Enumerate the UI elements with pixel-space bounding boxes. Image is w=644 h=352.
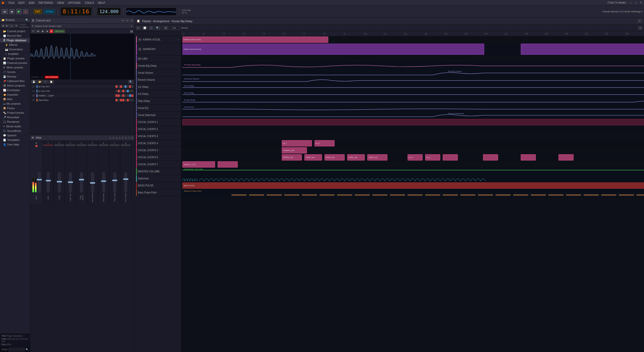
sidebar-item-recent-files[interactable]: 🕐 Recent files xyxy=(0,33,30,38)
clap-space-fader[interactable] xyxy=(80,172,83,192)
track-label-karra-vocal[interactable]: M KARRA VOCAL + xyxy=(135,36,181,43)
track-label-vocal-volume[interactable]: Vocal Volume xyxy=(135,69,181,76)
sidebar-item-packs[interactable]: 📦 Packs xyxy=(0,106,30,110)
sidebar-item-user-data[interactable]: 👤 User data xyxy=(0,142,30,147)
draw-tool[interactable]: ✏ xyxy=(136,26,141,30)
menu-add[interactable]: ADD xyxy=(28,1,35,5)
edison-play-button[interactable]: ▶ xyxy=(41,29,45,33)
sidebar-item-clipboard-files[interactable]: 📌 Clipboard files xyxy=(0,79,30,83)
pattern-mode-button[interactable]: PAT xyxy=(33,9,42,14)
edison-rewind-button[interactable]: ⏮ xyxy=(36,29,40,33)
track-label-vocal-eq[interactable]: Vocal EQ xyxy=(135,105,181,112)
track-label-master-volume[interactable]: MASTER VOLUME xyxy=(135,168,181,175)
sidebar-item-demo-projects[interactable]: 🎬 Demo projects xyxy=(0,83,30,88)
track-label-adlibs[interactable]: AD LIBS xyxy=(135,55,181,62)
sidebar-item-backup[interactable]: 💾 Backup xyxy=(0,74,30,79)
song-mode-button[interactable]: SONG xyxy=(44,9,55,14)
clip-ka-11[interactable] xyxy=(521,154,536,161)
track-label-vocals-big-delay[interactable]: Vocals Big Delay xyxy=(135,62,181,69)
snap-button[interactable]: ⊞ xyxy=(164,26,168,30)
erase-tool[interactable]: ⬡ xyxy=(149,26,153,30)
select-tool[interactable]: ⬜ xyxy=(142,26,147,30)
sidebar-search-icon[interactable]: 🔍 xyxy=(25,19,28,21)
sidebar-item-effects[interactable]: ⚡ Effects xyxy=(0,43,30,47)
track-label-bass-pulse-pitch[interactable]: Bass Pulse Pitch xyxy=(135,189,181,196)
master-fader[interactable] xyxy=(38,172,41,192)
sidebar-item-my-projects[interactable]: 🗂 My projects xyxy=(0,101,30,106)
track-label-half-delay[interactable]: 1/2 Delay xyxy=(135,84,181,91)
menu-view[interactable]: VIEW xyxy=(56,1,65,5)
snap-value[interactable]: Line xyxy=(170,26,178,30)
sidebar-item-impulses[interactable]: 💥 Impulses xyxy=(0,92,30,97)
channel-row-1[interactable]: 17 3x Osc #17 xyxy=(30,84,134,89)
clip-karra-rsid-2[interactable]: KARR_rsid xyxy=(304,154,322,161)
clip-vocal-chops-1[interactable] xyxy=(182,119,644,125)
sidebar-item-misc[interactable]: 📦 Misc xyxy=(0,97,30,101)
edison-copy-button[interactable]: 📋 xyxy=(49,80,54,84)
edison-record-button[interactable]: ● xyxy=(50,29,53,33)
sidebar-item-plugin-database[interactable]: 🗄 Plugin database xyxy=(0,38,30,43)
sidebar-item-generators[interactable]: 🎹 Generators xyxy=(0,47,30,52)
zoom-tool[interactable]: 🔍 xyxy=(155,26,160,30)
track-add-icon[interactable]: + xyxy=(178,38,179,41)
clap-top-fader-handle[interactable] xyxy=(68,181,73,183)
track-label-vocal-chops-4[interactable]: VOCAL CHOPS 4 xyxy=(135,140,181,147)
sidebar-item-rendered[interactable]: 🎧 Rendered xyxy=(0,120,30,124)
track-label-quarter-delay[interactable]: 1/4 Delay xyxy=(135,91,181,98)
clip-ka-7[interactable]: ka_5 xyxy=(408,154,423,161)
track-label-vocal-chops-2[interactable]: VOCAL CHOPS 2 xyxy=(135,126,181,133)
record-button[interactable]: ● xyxy=(23,9,28,14)
clip-harmony-1[interactable]: Awake Vocal Harmony xyxy=(182,44,484,55)
clip-karra-rsid-5[interactable]: KARR_rsid xyxy=(367,154,387,161)
track-label-vocal-sidechain[interactable]: Vocal Sidechain xyxy=(135,112,181,119)
sidebar-item-soundfonts[interactable]: 🎼 Soundfonts xyxy=(0,129,30,133)
sidebar-item-sliced-audio[interactable]: ✂ Sliced audio xyxy=(0,124,30,129)
clap-fader-handle[interactable] xyxy=(57,181,62,182)
bpm-display[interactable]: 124.000 xyxy=(97,8,121,15)
sidebar-item-scores[interactable]: 🎵 Scores xyxy=(0,70,30,74)
clip-karra-vocal-1[interactable]: KARRA LEAD VOCAL xyxy=(182,36,328,43)
clip-ka-8[interactable]: ka_5 xyxy=(425,154,440,161)
clip-ka-12[interactable] xyxy=(558,154,574,161)
mute-button-karra-vocal[interactable]: M xyxy=(138,38,141,41)
nav-back-button[interactable]: ◀ xyxy=(1,24,5,27)
edison-close-icon[interactable]: ✕ xyxy=(131,25,133,27)
sidebar-item-mixer-presets[interactable]: 🎚 Mixer presets xyxy=(0,65,30,70)
track-label-vocal-chops-3[interactable]: VOCAL CHOPS 3 xyxy=(135,133,181,140)
sidebar-item-project-bones[interactable]: 🦴 Project bones xyxy=(0,110,30,115)
clap-top-fader[interactable] xyxy=(69,172,72,192)
clip-ka-10[interactable] xyxy=(483,154,498,161)
edison-zoom-button[interactable]: 🔍 xyxy=(128,80,133,84)
track-label-vocal-chops-5[interactable]: VOCAL CHOPS 5 xyxy=(135,147,181,154)
hat-open-fader-handle[interactable] xyxy=(101,180,106,182)
top-loop-fader[interactable] xyxy=(113,172,116,192)
clip-ka-9[interactable] xyxy=(443,154,458,161)
sidebar-item-speech[interactable]: 💬 Speech xyxy=(0,133,30,138)
sidebar-item-channel-presets[interactable]: 📊 Channel presets xyxy=(0,61,30,65)
edison-cut-button[interactable]: ✂ xyxy=(43,80,48,84)
drum-bus-fader[interactable] xyxy=(124,172,127,192)
tags-input[interactable] xyxy=(9,348,25,351)
drum-bus-fader-handle[interactable] xyxy=(123,178,128,180)
track-content[interactable]: 1 2 3 4 5 6 7 8 9 10 11 12 13 14 xyxy=(181,31,644,352)
stop-button[interactable]: ■ xyxy=(9,9,15,14)
hat-shake-fader-handle[interactable] xyxy=(90,182,95,184)
master-fader-handle[interactable] xyxy=(37,179,42,180)
nav-star-button[interactable]: ★ xyxy=(14,24,18,27)
edison-stop-button[interactable]: ■ xyxy=(46,29,49,33)
menu-file[interactable]: FILE xyxy=(8,1,15,5)
nav-forward-button[interactable]: ▶ xyxy=(5,24,9,27)
close-playlist-button[interactable]: ✕ xyxy=(638,26,642,30)
kick-fader-handle[interactable] xyxy=(46,180,51,181)
clip-vocal-chops-4-a[interactable]: ka_7 xyxy=(282,140,312,146)
clip-harmony-2[interactable] xyxy=(521,44,644,55)
clip-vocal-chops-5-a[interactable]: ✦Awake_evr6 xyxy=(282,147,307,153)
tags-search-icon[interactable]: 🔍 xyxy=(26,348,28,351)
menu-tools[interactable]: TOOLS xyxy=(84,1,95,5)
nav-up-button[interactable]: ▲ xyxy=(10,24,14,27)
edison-open-button[interactable]: 📂 xyxy=(37,80,43,84)
sidebar-item-templates[interactable]: 📄 Templates xyxy=(0,138,30,142)
menu-edit[interactable]: EDIT xyxy=(17,1,26,5)
clip-karra-v1[interactable]: ✦karra V_1 #2 xyxy=(182,161,215,168)
sidebar-item-installed[interactable]: ✓ Installed xyxy=(0,52,30,56)
